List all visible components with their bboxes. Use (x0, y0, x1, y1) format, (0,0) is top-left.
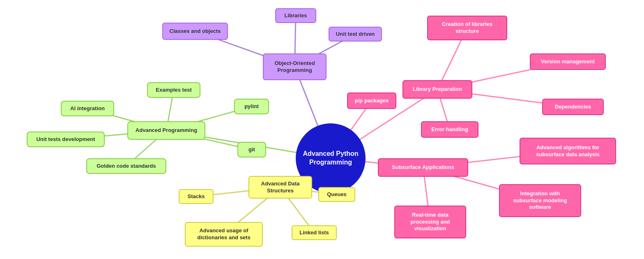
node-dependencies: Dependencies (542, 99, 604, 115)
node-subsurface_apps: Subsurface Applications (378, 158, 468, 177)
node-golden_code: Golden code standards (86, 158, 166, 174)
node-libraries_node: Libraries (275, 8, 316, 23)
node-examples_test: Examples test (147, 82, 200, 98)
node-adv_algorithms: Advanced algorithms forsubsurface data a… (520, 138, 616, 164)
node-adv_data_structs: Advanced DataStructures (248, 176, 312, 199)
node-adv_dict_sets: Advanced usage ofdictionaries and sets (185, 222, 263, 247)
node-pip_packages: pip packages (347, 92, 396, 109)
node-adv_programming: Advanced Programming (127, 121, 205, 140)
node-classes_objects: Classes and objects (162, 23, 228, 40)
node-creation_libs: Creation of librariesstructure (427, 16, 507, 40)
node-pylint: pylint (234, 99, 269, 114)
node-unit_test_driven: Unit test driven (329, 27, 382, 42)
node-stacks: Stacks (179, 189, 214, 204)
node-oop: Object-OrientedProgramming (263, 53, 327, 80)
node-linked_lists: Linked lists (292, 225, 337, 240)
node-git: git (237, 142, 266, 157)
node-realtime_data: Real-time dataprocessing andvisualizatio… (394, 206, 466, 238)
node-integration_sub: Integration withsubsurface modelingsoftw… (499, 184, 581, 217)
node-version_mgmt: Version management (530, 53, 606, 70)
node-unit_tests_dev: Unit tests development (27, 132, 105, 147)
node-error_handling: Error handling (421, 121, 478, 138)
node-lib_prep: Library Preparation (402, 80, 472, 99)
mind-map-container: Advanced PythonProgrammingObject-Oriente… (0, 0, 644, 259)
node-ai_integration: AI integration (61, 101, 114, 116)
node-queues: Queues (318, 187, 355, 202)
